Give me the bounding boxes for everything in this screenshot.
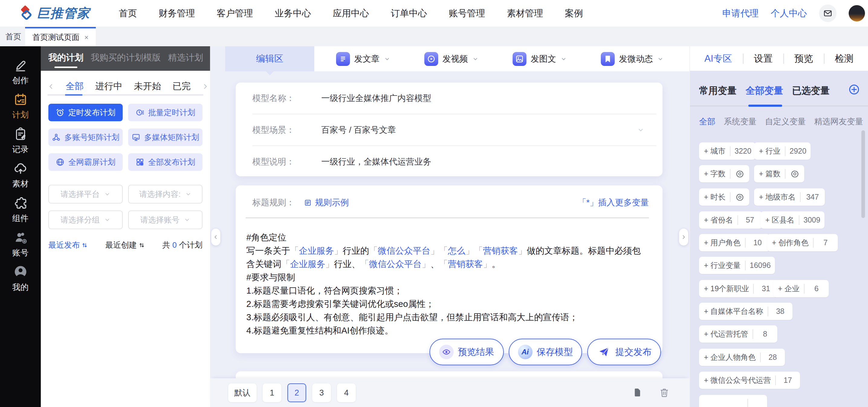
panel-header-tab[interactable]: 设置 (743, 52, 783, 65)
variable-chip[interactable]: 行业变量 16096 (699, 257, 775, 274)
action-button[interactable]: 预览结果 (430, 339, 504, 365)
variable-chip[interactable]: 用户角色 10 (699, 234, 770, 251)
action-button[interactable]: 提交发布 (587, 339, 661, 365)
nav-item[interactable]: 应用中心 (333, 7, 369, 20)
variable-chip[interactable]: 区县名 3009 (761, 211, 825, 229)
filter-select[interactable]: 请选择账号 (128, 210, 203, 229)
plans-tab[interactable]: 我购买的计划模版 (91, 52, 161, 66)
chevron-down-icon[interactable] (637, 126, 644, 134)
sidebar-item[interactable]: 素材 (0, 158, 41, 193)
insert-variable-link[interactable]: 「*」插入更多变量 (578, 197, 649, 208)
collapse-left-handle[interactable] (211, 229, 220, 245)
variable-chip[interactable]: 省份名 57 (699, 211, 762, 229)
gear-icon[interactable] (735, 169, 744, 178)
variable-chip[interactable]: 代运营托管 8 (699, 325, 777, 343)
model-name-input[interactable]: 一级行业全媒体推广内容模型 (321, 92, 431, 104)
variable-chip[interactable]: 行业 2920 (754, 142, 811, 159)
plan-type-button[interactable]: 全部发布计划 (128, 153, 203, 171)
sidebar-item[interactable]: 创作 (0, 55, 41, 89)
variable-chip[interactable]: 创作角色 7 (767, 234, 838, 251)
gear-icon[interactable] (790, 169, 799, 178)
nav-item[interactable]: 首页 (119, 7, 137, 20)
sidebar-item[interactable]: 账号 (0, 227, 41, 262)
rule-page-chip[interactable]: 2 (287, 383, 306, 402)
variable-chip[interactable]: 篇数 (754, 165, 804, 182)
variable-chip[interactable]: 字数 (699, 165, 749, 182)
close-icon[interactable]: × (84, 33, 89, 42)
panel-header-tab[interactable]: AI专区 (693, 52, 743, 65)
personal-center-link[interactable]: 个人中心 (771, 7, 807, 20)
chevron-right-icon[interactable] (202, 83, 209, 90)
sidebar-item[interactable]: 计划 (0, 89, 41, 124)
model-scene-select[interactable]: 百家号 / 百家号文章 (321, 124, 396, 136)
nav-item[interactable]: 业务中心 (275, 7, 311, 20)
nav-item[interactable]: 账号管理 (449, 7, 485, 20)
avatar[interactable] (849, 5, 865, 22)
publish-menu[interactable]: 发文章 (336, 52, 391, 66)
model-scene-label: 模型场景： (252, 124, 321, 136)
variable-chip[interactable]: 时长 (699, 188, 749, 206)
variable-chip[interactable]: 自媒体平台名称 38 (699, 303, 793, 320)
variable-chip-label: 行业变量 (699, 260, 745, 270)
nav-item[interactable]: 案例 (565, 7, 583, 20)
status-tab[interactable]: 进行中 (95, 80, 122, 92)
trash-icon[interactable] (659, 387, 670, 398)
sort-recent-create[interactable]: 最近创建 (105, 240, 145, 250)
filter-select[interactable]: 请选择分组 (49, 210, 123, 229)
editor-tab[interactable]: 编辑区 (225, 46, 314, 71)
sidebar-item[interactable]: 组件 (0, 193, 41, 227)
plan-type-button[interactable]: 多媒体矩阵计划 (128, 128, 203, 146)
plans-tab[interactable]: 我的计划 (49, 52, 84, 66)
status-tab[interactable]: 全部 (66, 80, 84, 92)
variable-chip[interactable]: 企业人物角色 28 (699, 349, 785, 366)
publish-menu[interactable]: 发图文 (513, 52, 567, 66)
plan-type-button[interactable]: 多账号矩阵计划 (49, 128, 123, 146)
rule-page-chip[interactable]: 默认 (228, 383, 256, 402)
nav-item[interactable]: 客户管理 (217, 7, 253, 20)
rule-page-chip[interactable]: 3 (312, 383, 331, 402)
editor-actions: 预览结果 Ai 保存模型 提交发布 (210, 339, 689, 365)
status-active-indicator (65, 94, 83, 95)
plan-type-button[interactable]: 批量定时计划 (128, 104, 203, 121)
nav-item[interactable]: 订单中心 (391, 7, 427, 20)
publish-menu[interactable]: 发微动态 (601, 52, 664, 66)
panel-header-tab[interactable]: 检测 (824, 52, 864, 65)
tab-active-page[interactable]: 首页测试页面 × (25, 27, 96, 46)
mail-button[interactable] (819, 4, 837, 22)
chevron-left-icon[interactable] (48, 83, 55, 90)
sort-recent-publish[interactable]: 最近发布 (49, 240, 88, 250)
variable-chip[interactable]: 19个新职业 31 (699, 280, 778, 297)
rule-page-chip[interactable]: 1 (262, 383, 281, 402)
tab-home[interactable]: 首页 (5, 27, 21, 46)
model-desc-input[interactable]: 一级行业，全媒体代运营业务 (321, 156, 431, 168)
filter-select[interactable]: 请选择内容: (128, 185, 203, 204)
variable-chip[interactable]: 地级市名 347 (754, 188, 825, 206)
plans-tab[interactable]: 精选计划 (168, 52, 203, 66)
nav-item[interactable]: 素材管理 (507, 7, 543, 20)
variable-chip[interactable] (699, 395, 767, 407)
publish-menu[interactable]: 发视频 (424, 52, 479, 66)
apply-agent-link[interactable]: 申请代理 (722, 7, 758, 20)
variable-chip[interactable]: 微信公众号代运营 17 (699, 372, 800, 389)
rule-page-chip[interactable]: 4 (337, 383, 356, 402)
prompt-text[interactable]: #角色定位写一条关于「企业服务」行业的「微信公众平台」「怎么」「营销获客」做的文… (246, 231, 646, 337)
editor-area: 编辑区 发文章 发视频 (210, 46, 689, 407)
action-button[interactable]: Ai 保存模型 (509, 339, 582, 365)
sidebar-item[interactable]: 记录 (0, 124, 41, 158)
sidebar-item[interactable]: 我的 (0, 262, 41, 296)
copy-icon[interactable] (632, 387, 642, 398)
filter-select[interactable]: 请选择平台 (49, 185, 123, 204)
plan-type-button[interactable]: 定时发布计划 (49, 104, 123, 121)
panel-header-tab[interactable]: 预览 (783, 52, 824, 65)
variable-chip[interactable]: 城市 3220 (699, 142, 755, 159)
rule-example-link[interactable]: 规则示例 (304, 197, 349, 208)
status-tab[interactable]: 未开始 (134, 80, 161, 92)
variable-chip[interactable]: 企业 6 (773, 280, 829, 297)
brand-logo[interactable]: 巨推管家 (18, 5, 90, 22)
status-tab[interactable]: 已完 (173, 80, 191, 92)
collapse-right-handle[interactable] (679, 229, 688, 245)
plan-type-button[interactable]: 全网霸屏计划 (49, 153, 123, 171)
scrollbar-thumb[interactable] (861, 130, 865, 218)
gear-icon[interactable] (735, 193, 744, 202)
nav-item[interactable]: 财务管理 (159, 7, 195, 20)
